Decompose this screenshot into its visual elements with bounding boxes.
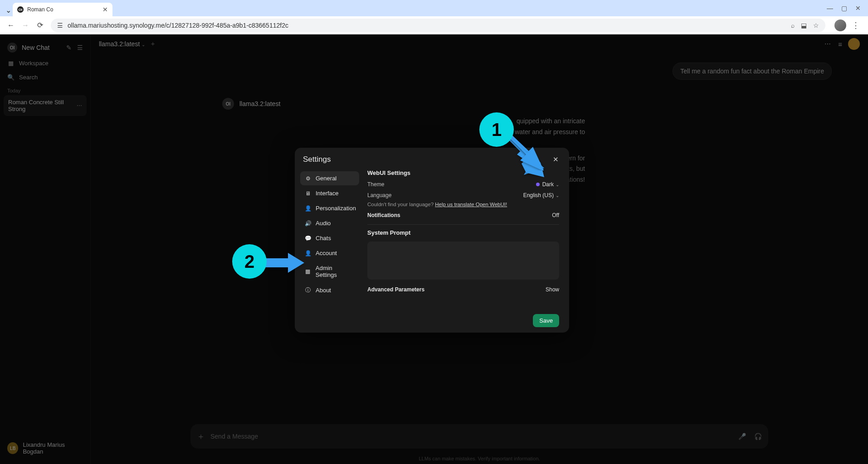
add-model-button[interactable]: ＋: [150, 40, 156, 48]
nav-reload-button[interactable]: ⟳: [34, 19, 46, 32]
browser-profile-avatar[interactable]: [834, 19, 846, 31]
monitor-icon: 🖥: [305, 190, 311, 197]
settings-content: WebUI Settings Theme Dark ⌄ Language Eng…: [359, 169, 564, 327]
settings-nav-personalization[interactable]: 👤Personalization: [300, 201, 359, 215]
workspace-label: Workspace: [19, 60, 49, 67]
settings-nav-audio[interactable]: 🔊Audio: [300, 216, 359, 230]
browser-menu-icon[interactable]: ⋮: [848, 20, 863, 30]
browser-tabs: ⌄ OI Roman Co ✕ — ▢ ✕: [0, 0, 868, 16]
settings-nav-account[interactable]: 👤Account: [300, 246, 359, 260]
person-icon: 👤: [305, 205, 311, 212]
sidebar-user[interactable]: LB Lixandru Marius Bogdan: [4, 437, 87, 459]
gear-icon: ⚙: [305, 175, 311, 182]
advanced-params-row: Advanced Parameters Show: [367, 284, 559, 295]
topbar-avatar[interactable]: [848, 38, 860, 50]
chat-more-icon[interactable]: ⋯: [824, 40, 831, 48]
divider: [367, 224, 559, 225]
nav-back-button[interactable]: ←: [5, 19, 17, 32]
chat-icon: 💬: [305, 235, 311, 242]
speaker-icon: 🔊: [305, 220, 311, 227]
settings-nav: ⚙General 🖥Interface 👤Personalization 🔊Au…: [300, 169, 359, 327]
nav-forward-button[interactable]: →: [19, 19, 32, 32]
chat-settings-icon[interactable]: [838, 40, 841, 48]
annotation-badge-2: 2: [232, 244, 267, 279]
language-help: Couldn't find your language? Help us tra…: [367, 201, 559, 210]
model-name: llama3.2:latest: [99, 40, 140, 48]
language-value: English (US): [523, 192, 554, 198]
search-icon: 🔍: [7, 74, 15, 81]
language-select[interactable]: English (US) ⌄: [523, 192, 559, 198]
sidebar-section-today: Today: [4, 84, 87, 95]
sidebar-search[interactable]: 🔍 Search: [4, 70, 87, 84]
sidebar-toggle-icon[interactable]: ☰: [77, 44, 83, 51]
topbar: llama3.2:latest ⌄ ＋ ⋯: [91, 34, 868, 53]
attach-icon[interactable]: ＋: [197, 431, 205, 442]
system-prompt-title: System Prompt: [367, 229, 559, 236]
notifications-setting: Notifications Off: [367, 210, 559, 221]
user-name: Lixandru Marius Bogdan: [23, 441, 83, 455]
settings-nav-chats[interactable]: 💬Chats: [300, 231, 359, 245]
headphones-icon[interactable]: 🎧: [754, 433, 762, 440]
sidebar: OI New Chat ✎ ☰ ▦ Workspace 🔍 Search Tod…: [0, 34, 91, 464]
composer-placeholder: Send a Message: [210, 433, 258, 440]
info-icon: ⓘ: [305, 286, 311, 294]
chat-item-more-icon[interactable]: ⋯: [77, 102, 82, 109]
window-maximize-icon[interactable]: ▢: [841, 5, 847, 12]
settings-nav-interface[interactable]: 🖥Interface: [300, 186, 359, 200]
new-chat-button[interactable]: OI New Chat ✎ ☰: [4, 39, 87, 56]
translate-link[interactable]: Help us translate Open WebUI!: [435, 202, 507, 207]
url-input[interactable]: ☰ ollama.mariushosting.synology.me/c/128…: [51, 19, 825, 32]
theme-color-dot: [536, 183, 540, 186]
notifications-label: Notifications: [367, 212, 400, 218]
compose-icon[interactable]: ✎: [66, 44, 72, 51]
modal-title: Settings: [303, 155, 331, 164]
advanced-label: Advanced Parameters: [367, 286, 424, 293]
system-prompt-input[interactable]: [367, 242, 559, 280]
settings-nav-about[interactable]: ⓘAbout: [300, 283, 359, 298]
annotation-arrow-2: [265, 252, 306, 275]
chevron-down-icon: ⌄: [556, 193, 559, 198]
assistant-avatar-icon: OI: [222, 98, 234, 110]
url-text: ollama.mariushosting.synology.me/c/12827…: [68, 22, 288, 29]
tab-dropdown[interactable]: ⌄: [4, 4, 13, 16]
workspace-icon: ▦: [7, 60, 15, 67]
site-tune-icon[interactable]: ☰: [57, 22, 63, 29]
window-close-icon[interactable]: ✕: [855, 5, 861, 12]
window-controls: — ▢ ✕: [827, 0, 868, 16]
mic-icon[interactable]: 🎤: [738, 433, 746, 440]
save-button[interactable]: Save: [533, 314, 559, 327]
chat-history-item[interactable]: Roman Concrete Still Strong ⋯: [4, 95, 87, 116]
modal-close-button[interactable]: ✕: [550, 154, 561, 165]
footer-disclaimer: LLMs can make mistakes. Verify important…: [91, 456, 868, 464]
chat-history-title: Roman Concrete Still Strong: [8, 99, 77, 112]
settings-nav-general[interactable]: ⚙General: [300, 171, 359, 185]
window-minimize-icon[interactable]: —: [827, 5, 833, 12]
bookmark-icon[interactable]: ☆: [813, 22, 819, 29]
new-chat-label: New Chat: [22, 44, 49, 51]
sidebar-item-workspace[interactable]: ▦ Workspace: [4, 56, 87, 70]
nav-label: Interface: [316, 190, 339, 197]
chevron-down-icon: ⌄: [141, 42, 145, 47]
url-bar: ← → ⟳ ☰ ollama.mariushosting.synology.me…: [0, 16, 868, 34]
message-composer[interactable]: ＋ Send a Message 🎤 🎧: [190, 424, 768, 449]
tab-close-icon[interactable]: ✕: [102, 6, 108, 13]
assistant-name: llama3.2:latest: [239, 100, 280, 107]
advanced-show-button[interactable]: Show: [546, 286, 559, 293]
theme-setting: Theme Dark ⌄: [367, 179, 559, 190]
settings-nav-admin[interactable]: ▦Admin Settings: [300, 261, 359, 282]
svg-marker-4: [265, 253, 304, 273]
app-root: OI New Chat ✎ ☰ ▦ Workspace 🔍 Search Tod…: [0, 34, 868, 464]
language-label: Language: [367, 192, 391, 198]
user-avatar: LB: [7, 442, 18, 454]
theme-select[interactable]: Dark ⌄: [536, 181, 559, 188]
main-area: llama3.2:latest ⌄ ＋ ⋯ Tell me a random f…: [91, 34, 868, 464]
annotation-badge-1: 1: [479, 112, 514, 147]
url-actions: ⌕ ⬓ ☆: [791, 22, 819, 29]
model-selector[interactable]: llama3.2:latest ⌄: [99, 40, 145, 48]
install-icon[interactable]: ⬓: [801, 22, 807, 29]
browser-tab[interactable]: OI Roman Co ✕: [13, 3, 112, 16]
key-icon[interactable]: ⌕: [791, 22, 795, 29]
tab-title: Roman Co: [27, 6, 53, 13]
notifications-toggle[interactable]: Off: [552, 212, 559, 218]
nav-label: About: [316, 287, 331, 294]
